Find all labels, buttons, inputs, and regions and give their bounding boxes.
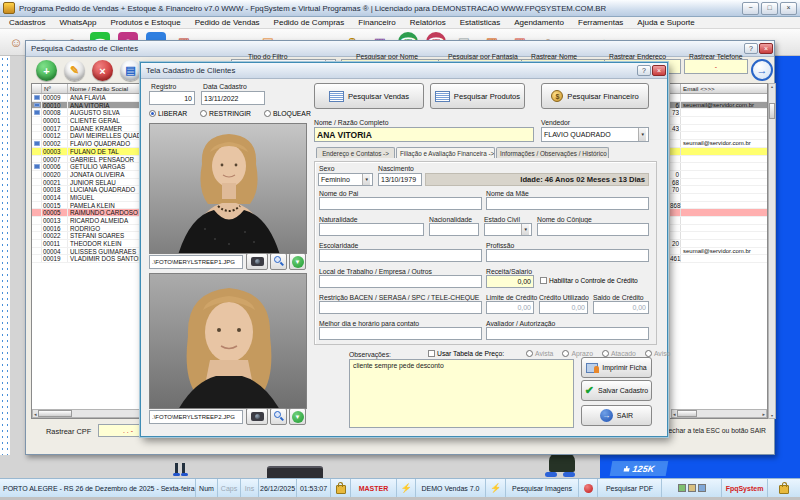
photo1-load-button[interactable]: ▼ bbox=[289, 253, 306, 270]
dialog-close-button[interactable]: × bbox=[652, 65, 666, 76]
menu-estatisticas[interactable]: Estatisticas bbox=[453, 18, 507, 27]
receita-field[interactable]: 0,00 bbox=[486, 275, 534, 288]
photo1-path-field[interactable]: .\FOTO\MERYLSTREEP1.JPG bbox=[149, 255, 243, 269]
email-row[interactable]: 73 bbox=[670, 109, 767, 117]
add-client-button[interactable]: + bbox=[36, 60, 57, 81]
email-grid-vscrollbar[interactable]: ▴▾ bbox=[768, 83, 776, 419]
email-row[interactable] bbox=[670, 94, 767, 102]
radio-aviso[interactable]: Aviso bbox=[645, 350, 671, 357]
number-column-header[interactable]: Nº bbox=[42, 84, 68, 93]
edit-client-button[interactable]: ✎ bbox=[64, 60, 85, 81]
menu-ajuda-e-suporte[interactable]: Ajuda e Suporte bbox=[630, 18, 701, 27]
vendedor-select[interactable]: FLAVIO QUADRADO bbox=[541, 127, 649, 142]
photo1-zoom-button[interactable] bbox=[270, 253, 287, 270]
email-row[interactable] bbox=[670, 148, 767, 156]
tab-1[interactable]: Filiação e Avaliação Financeira -> bbox=[396, 147, 495, 158]
email-row[interactable] bbox=[670, 225, 767, 233]
radio-avista[interactable]: Avista bbox=[526, 350, 553, 357]
photo2-path-field[interactable]: .\FOTO\MERYLSTREEP2.JPG bbox=[149, 410, 243, 424]
search-close-button[interactable]: × bbox=[759, 43, 773, 54]
photo1-capture-button[interactable] bbox=[246, 253, 268, 270]
email-row[interactable]: 20 bbox=[670, 240, 767, 248]
data-cadastro-field[interactable]: 13/11/2022 bbox=[201, 91, 265, 105]
email-row[interactable] bbox=[670, 209, 767, 217]
execute-search-button[interactable]: → bbox=[751, 59, 773, 81]
search-images-button[interactable]: Pesquisar Imagens bbox=[506, 479, 579, 497]
print-list-button[interactable]: ▤ bbox=[120, 60, 141, 81]
email-column-header[interactable]: Email <>>> bbox=[681, 84, 767, 93]
delete-client-button[interactable]: × bbox=[92, 60, 113, 81]
folder-icon[interactable] bbox=[688, 484, 696, 492]
menu-financeiro[interactable]: Financeiro bbox=[351, 18, 402, 27]
photo2-capture-button[interactable] bbox=[246, 408, 268, 425]
email-row[interactable]: 68 bbox=[670, 179, 767, 187]
nacionalidade-field[interactable] bbox=[429, 223, 479, 236]
menu-agendamento[interactable]: Agendamento bbox=[507, 18, 571, 27]
print-record-button[interactable]: Imprimir Ficha bbox=[581, 357, 652, 378]
email-row[interactable] bbox=[670, 156, 767, 164]
saldo-field[interactable]: 0,00 bbox=[593, 301, 649, 314]
registro-field[interactable]: 10 bbox=[149, 91, 195, 105]
menu-pedido-de-compras[interactable]: Pedido de Compras bbox=[267, 18, 352, 27]
photo2-zoom-button[interactable] bbox=[270, 408, 287, 425]
email-row[interactable] bbox=[670, 217, 767, 225]
close-button[interactable]: × bbox=[780, 2, 797, 15]
email-row[interactable]: 461 bbox=[670, 255, 767, 263]
nascimento-field[interactable]: 13/10/1979 bbox=[378, 173, 422, 186]
email-row[interactable]: 6seuemail@servidor.com.br bbox=[670, 102, 767, 110]
naturalidade-field[interactable] bbox=[319, 223, 424, 236]
menu-whatsapp[interactable]: WhatsApp bbox=[52, 18, 103, 27]
photo-column-header[interactable] bbox=[32, 84, 42, 93]
search-sales-button[interactable]: Pesquisar Vendas bbox=[314, 83, 424, 109]
sexo-select[interactable]: Feminino bbox=[318, 173, 373, 186]
observacoes-textarea[interactable]: cliente sempre pede desconto bbox=[349, 359, 574, 428]
nome-field[interactable]: ANA VITORIA bbox=[314, 127, 534, 142]
save-record-button[interactable]: ✔Salvar Cadastro bbox=[581, 380, 652, 401]
tabela-preco-checkbox[interactable]: Usar Tabela de Preço: bbox=[428, 350, 504, 357]
email-row[interactable]: 0 bbox=[670, 171, 767, 179]
limite-field[interactable]: 0,00 bbox=[486, 301, 534, 314]
menu-cadastros[interactable]: Cadastros bbox=[2, 18, 52, 27]
local-trabalho-field[interactable] bbox=[319, 275, 482, 288]
radio-liberar[interactable]: LIBERAR bbox=[149, 110, 187, 117]
conjuge-field[interactable] bbox=[537, 223, 649, 236]
email-row[interactable]: 70 bbox=[670, 186, 767, 194]
email-row[interactable]: seumail@servidor.com.br bbox=[670, 140, 767, 148]
doc-icon[interactable] bbox=[678, 484, 686, 492]
radio-bloquear[interactable]: BLOQUEAR bbox=[264, 110, 311, 117]
tab-0[interactable]: Endereço e Contatos -> bbox=[316, 147, 395, 158]
search-help-button[interactable]: ? bbox=[744, 43, 758, 54]
radio-atacado[interactable]: Atacado bbox=[602, 350, 636, 357]
search-pdf-button[interactable]: Pesquisar PDF bbox=[598, 479, 662, 497]
minimize-button[interactable]: − bbox=[742, 2, 759, 15]
search-financial-button[interactable]: $Pesquisar Financeiro bbox=[541, 83, 649, 109]
email-row[interactable] bbox=[670, 194, 767, 202]
email-row[interactable] bbox=[670, 132, 767, 140]
credito-checkbox[interactable]: Habilitar o Controle de Crédito bbox=[540, 277, 638, 284]
email-row[interactable] bbox=[670, 232, 767, 240]
melhor-dia-field[interactable] bbox=[319, 327, 482, 340]
restricao-field[interactable] bbox=[319, 301, 482, 314]
email-row[interactable]: 43 bbox=[670, 125, 767, 133]
photo2-load-button[interactable]: ▼ bbox=[289, 408, 306, 425]
exit-button[interactable]: →SAIR bbox=[581, 405, 652, 426]
search-products-button[interactable]: Pesquisar Produtos bbox=[430, 83, 525, 109]
email-row[interactable]: seumail@servidor.com.br bbox=[670, 248, 767, 256]
track-phone-input[interactable]: - bbox=[684, 59, 748, 74]
dialog-title-bar[interactable]: Tela Cadastro de Clientes bbox=[141, 63, 667, 79]
menu-produtos-e-estoque[interactable]: Produtos e Estoque bbox=[103, 18, 187, 27]
email-row[interactable] bbox=[670, 117, 767, 125]
monitor-icon[interactable] bbox=[698, 484, 706, 492]
estado-civil-select[interactable] bbox=[484, 223, 532, 236]
menu-pedido-de-vendas[interactable]: Pedido de Vendas bbox=[188, 18, 267, 27]
pai-field[interactable] bbox=[319, 197, 482, 210]
menu-relat-rios[interactable]: Relatórios bbox=[403, 18, 453, 27]
clients-icon[interactable]: ☺ bbox=[6, 32, 26, 52]
tab-2[interactable]: Informações / Observações / Histórico bbox=[496, 147, 609, 158]
radio-restringir[interactable]: RESTRINGIR bbox=[200, 110, 251, 117]
avaliador-field[interactable] bbox=[486, 327, 649, 340]
maximize-button[interactable]: □ bbox=[761, 2, 778, 15]
mae-field[interactable] bbox=[486, 197, 649, 210]
profissao-field[interactable] bbox=[486, 249, 649, 262]
menu-ferramentas[interactable]: Ferramentas bbox=[571, 18, 630, 27]
